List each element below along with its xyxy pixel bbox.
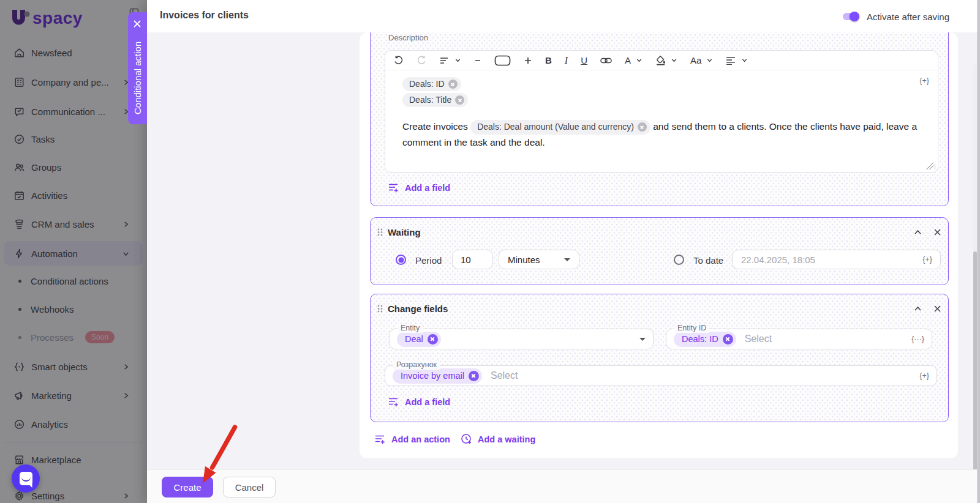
text-style-icon[interactable] <box>440 54 450 67</box>
period-unit-value: Minutes <box>508 255 540 265</box>
insert-variable-icon[interactable]: {+} <box>922 255 932 264</box>
custom-field-select[interactable]: Розрахунок Invoice by email Select {+} <box>385 365 937 386</box>
chip-remove-icon[interactable] <box>723 334 733 345</box>
add-field-label: Add a field <box>405 183 450 193</box>
entity-id-chip[interactable]: Deals: ID <box>674 332 736 347</box>
activate-toggle-label: Activate after saving <box>867 12 949 22</box>
chip-remove-icon[interactable] <box>428 334 438 345</box>
chip-remove-icon[interactable] <box>448 80 458 89</box>
underline-icon[interactable]: U <box>581 54 587 67</box>
card-title: Waiting <box>388 227 421 237</box>
decrease-font-icon[interactable] <box>474 54 481 67</box>
to-date-radio[interactable] <box>674 255 684 265</box>
add-action-icon <box>375 434 386 444</box>
chat-bubble-icon <box>20 472 32 485</box>
conditional-action-drawer: Invoices for clients Activate after savi… <box>147 0 980 503</box>
period-value-input[interactable] <box>452 250 493 269</box>
letter-case-icon[interactable]: Aa <box>690 54 701 67</box>
collapse-icon[interactable] <box>913 304 922 313</box>
add-field-button[interactable]: Add a field <box>388 183 450 193</box>
chevron-down-icon[interactable] <box>636 54 643 67</box>
entity-select[interactable]: Entity Deal <box>389 329 654 349</box>
entity-label: Entity <box>398 324 423 333</box>
add-field-button[interactable]: Add a field <box>388 397 450 407</box>
window-scrollbar[interactable] <box>978 0 980 503</box>
align-icon[interactable] <box>726 54 736 67</box>
drag-handle-icon[interactable] <box>377 228 383 236</box>
increase-font-icon[interactable] <box>524 54 532 67</box>
close-icon[interactable] <box>133 20 141 28</box>
paragraph-text: Create invoices <box>402 121 468 132</box>
chip-label: Invoice by email <box>401 371 464 381</box>
add-waiting-button[interactable]: Add a waiting <box>461 433 535 445</box>
font-color-icon[interactable]: A <box>625 54 631 67</box>
chip-remove-icon[interactable] <box>455 95 464 105</box>
chip-remove-icon[interactable] <box>469 371 479 381</box>
to-date-input[interactable]: 22.04.2025, 18:05 {+} <box>732 250 941 269</box>
tab-label: Conditional action <box>128 35 147 121</box>
redo-icon[interactable] <box>417 54 427 67</box>
field-chip[interactable]: Deals: Title <box>402 93 468 107</box>
undo-icon[interactable] <box>393 54 404 67</box>
actions-column: Description B I U A <box>360 32 958 458</box>
add-action-button[interactable]: Add an action <box>375 434 450 444</box>
period-unit-select[interactable]: Minutes <box>499 250 579 269</box>
insert-variable-icon[interactable]: {+} <box>919 76 929 85</box>
drag-handle-icon[interactable] <box>377 305 383 313</box>
add-field-label: Add a field <box>405 397 450 407</box>
period-radio-label: Period <box>415 255 442 266</box>
add-waiting-label: Add a waiting <box>478 434 535 444</box>
select-placeholder: Select <box>491 370 518 381</box>
entity-id-label: Entity ID <box>674 324 709 333</box>
editor-content[interactable]: Deals: ID Deals: Title Create invoices D… <box>385 70 938 172</box>
custom-field-label: Розрахунок <box>393 360 440 370</box>
select-placeholder: Select <box>745 333 772 345</box>
chevron-down-icon[interactable] <box>671 54 677 67</box>
description-editor[interactable]: B I U A Aa Deals: ID <box>385 50 938 173</box>
to-date-radio-label: To date <box>693 255 723 266</box>
chevron-down-icon[interactable] <box>741 54 748 67</box>
modal-backdrop[interactable] <box>0 0 147 503</box>
font-size-box-icon[interactable] <box>494 54 511 67</box>
chip-label: Deals: ID <box>409 76 445 92</box>
scrollbar-thumb[interactable] <box>973 252 977 493</box>
editor-paragraph: Create invoices Deals: Deal amount (Valu… <box>402 119 923 150</box>
bold-icon[interactable]: B <box>545 54 552 67</box>
collapse-icon[interactable] <box>913 228 922 237</box>
cancel-button[interactable]: Cancel <box>223 477 276 497</box>
add-waiting-icon <box>461 433 472 445</box>
activate-toggle[interactable] <box>843 9 859 24</box>
chevron-down-icon[interactable] <box>706 54 713 67</box>
chip-label: Deals: Title <box>409 92 451 108</box>
field-chip[interactable]: Deals: ID <box>402 77 461 91</box>
entity-chip[interactable]: Deal <box>397 332 441 347</box>
add-field-icon <box>388 183 399 193</box>
insert-variable-icon[interactable]: {+} <box>919 371 929 380</box>
chip-remove-icon[interactable] <box>638 122 647 132</box>
caret-down-icon <box>564 258 570 261</box>
editor-toolbar: B I U A Aa <box>385 51 938 70</box>
chat-launcher-button[interactable] <box>12 464 40 493</box>
chip-label: Deals: Deal amount (Value and currency) <box>477 119 634 135</box>
chevron-down-icon[interactable] <box>454 54 461 67</box>
caret-down-icon <box>639 338 646 341</box>
period-radio[interactable] <box>396 255 406 265</box>
resize-handle[interactable] <box>930 164 935 170</box>
description-label: Description <box>388 33 428 42</box>
close-icon[interactable] <box>933 304 942 313</box>
create-button[interactable]: Create <box>162 477 213 497</box>
italic-icon[interactable]: I <box>565 54 568 67</box>
custom-field-chip[interactable]: Invoice by email <box>393 368 482 384</box>
drawer-scrollbar[interactable] <box>973 65 977 502</box>
insert-variable-icon[interactable]: {···} <box>911 335 924 343</box>
close-icon[interactable] <box>933 228 942 237</box>
link-icon[interactable] <box>600 54 612 67</box>
conditional-action-tab[interactable]: Conditional action <box>128 12 147 124</box>
page-title: Invoices for clients <box>160 10 249 21</box>
chip-label: Deal <box>405 334 423 344</box>
highlight-color-icon[interactable] <box>655 54 666 67</box>
entity-id-select[interactable]: Entity ID Deals: ID Select {···} <box>666 329 932 349</box>
action-card-description: Description B I U A <box>370 32 949 206</box>
add-action-label: Add an action <box>391 434 450 444</box>
field-chip[interactable]: Deals: Deal amount (Value and currency) <box>470 120 650 135</box>
